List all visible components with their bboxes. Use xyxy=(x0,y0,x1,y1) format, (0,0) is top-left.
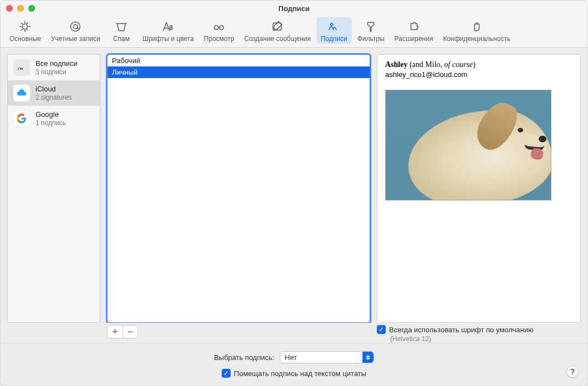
tab-label: Фильтры xyxy=(357,35,385,43)
tab-viewing[interactable]: Просмотр xyxy=(200,17,239,44)
account-count: 2 signatures xyxy=(35,94,71,101)
choose-signature-row: Выбрать подпись: Нет xyxy=(9,351,579,363)
signature-image xyxy=(385,90,551,200)
choose-signature-label: Выбрать подпись: xyxy=(214,353,274,362)
place-above-label: Помещать подпись над текстом цитаты xyxy=(234,369,366,378)
add-remove-group: + − xyxy=(107,325,370,338)
svg-point-4 xyxy=(219,25,223,29)
tab-label: Конфиденциальность xyxy=(443,35,510,43)
tab-junk[interactable]: Спам xyxy=(106,17,137,44)
tab-label: Спам xyxy=(113,35,130,43)
gear-icon xyxy=(17,19,33,34)
tab-label: Шрифты и цвета xyxy=(142,35,194,43)
compose-icon xyxy=(269,19,286,34)
puzzle-icon xyxy=(406,19,422,34)
at-icon xyxy=(67,19,84,34)
fonts-icon xyxy=(160,19,176,34)
tab-fonts[interactable]: Шрифты и цвета xyxy=(138,17,198,44)
tab-label: Подписи xyxy=(321,35,347,43)
account-text: iCloud 2 signatures xyxy=(35,85,71,101)
window-title: Подписи xyxy=(1,4,587,13)
account-name: Google xyxy=(35,110,66,119)
choose-signature-value: Нет xyxy=(285,353,297,362)
place-above-checkbox[interactable]: ✓ Помещать подпись над текстом цитаты xyxy=(222,369,366,378)
filter-icon xyxy=(362,19,379,34)
signature-icon xyxy=(326,19,342,34)
default-font-group: ✓ Всегда использовать шрифт по умолчанию… xyxy=(377,325,581,343)
place-above-row: ✓ Помещать подпись над текстом цитаты xyxy=(9,369,579,378)
default-font-name: (Helvetica 12) xyxy=(377,335,581,343)
signature-paren-close: ) xyxy=(473,60,475,69)
select-arrows-icon xyxy=(362,352,374,363)
svg-point-2 xyxy=(74,24,78,28)
tab-extensions[interactable]: Расширения xyxy=(390,17,438,44)
hand-icon xyxy=(468,19,485,34)
default-font-label: Всегда использовать шрифт по умолчанию xyxy=(389,326,534,334)
signature-name-bold: Ashley xyxy=(385,60,407,69)
signature-list[interactable]: Рабочий Личный xyxy=(107,54,370,323)
account-row-icloud[interactable]: iCloud 2 signatures xyxy=(8,80,100,106)
account-list: Все подписи 3 подписи iCloud 2 signature… xyxy=(7,54,100,323)
svg-point-1 xyxy=(71,22,80,32)
account-text: Все подписи 3 подписи xyxy=(35,59,78,76)
tab-label: Расширения xyxy=(395,35,433,43)
content-area: Все подписи 3 подписи iCloud 2 signature… xyxy=(1,48,587,323)
tab-privacy[interactable]: Конфиденциальность xyxy=(438,17,515,44)
tab-rules[interactable]: Фильтры xyxy=(353,17,389,44)
tab-signatures[interactable]: Подписи xyxy=(316,17,352,44)
account-name: iCloud xyxy=(35,85,71,94)
signature-paren-plain: (and Milo, xyxy=(407,60,444,69)
glasses-icon xyxy=(211,19,227,34)
signature-item[interactable]: Рабочий xyxy=(108,55,370,66)
signature-email: ashley_rico1@icloud.com xyxy=(385,70,572,79)
account-row-all[interactable]: Все подписи 3 подписи xyxy=(8,55,100,80)
svg-point-3 xyxy=(214,25,218,29)
titlebar: Подписи xyxy=(1,1,587,16)
tab-label: Основные xyxy=(9,35,41,43)
signature-preview[interactable]: Ashley (and Milo, of course) ashley_rico… xyxy=(377,54,581,323)
svg-point-0 xyxy=(23,24,28,29)
under-panes-row: + − ✓ Всегда использовать шрифт по умолч… xyxy=(1,323,587,343)
help-button[interactable]: ? xyxy=(566,366,579,378)
signature-name-line: Ashley (and Milo, of course) xyxy=(385,60,572,69)
signature-item[interactable]: Личный xyxy=(108,66,370,78)
checkbox-checked-icon: ✓ xyxy=(222,369,231,378)
tab-label: Создание сообщения xyxy=(244,35,311,43)
preferences-window: Подписи Основные Учетные записи Спам Шри… xyxy=(0,0,588,386)
account-text: Google 1 подпись xyxy=(35,110,66,127)
remove-signature-button[interactable]: − xyxy=(122,325,138,338)
signature-icon xyxy=(13,59,30,76)
footer: Выбрать подпись: Нет ✓ Помещать подпись … xyxy=(1,343,587,385)
plus-icon: + xyxy=(112,326,118,338)
trash-icon xyxy=(113,19,130,34)
google-icon xyxy=(13,110,30,127)
add-signature-button[interactable]: + xyxy=(107,325,122,338)
minus-icon: − xyxy=(127,326,134,338)
account-count: 3 подписи xyxy=(35,68,78,76)
tab-composing[interactable]: Создание сообщения xyxy=(240,17,315,44)
default-font-checkbox[interactable]: ✓ Всегда использовать шрифт по умолчанию xyxy=(377,325,581,334)
checkbox-checked-icon: ✓ xyxy=(377,325,386,334)
tab-accounts[interactable]: Учетные записи xyxy=(47,17,105,44)
preferences-toolbar: Основные Учетные записи Спам Шрифты и цв… xyxy=(1,16,587,48)
tab-general[interactable]: Основные xyxy=(5,17,45,44)
choose-signature-select[interactable]: Нет xyxy=(280,351,374,363)
signature-paren-italic: of course xyxy=(444,60,473,69)
tab-label: Учетные записи xyxy=(51,35,100,43)
account-name: Все подписи xyxy=(35,59,78,68)
help-icon: ? xyxy=(570,367,575,376)
icloud-icon xyxy=(13,85,30,101)
account-count: 1 подпись xyxy=(35,119,66,127)
tab-label: Просмотр xyxy=(204,35,234,43)
account-row-google[interactable]: Google 1 подпись xyxy=(8,106,100,131)
